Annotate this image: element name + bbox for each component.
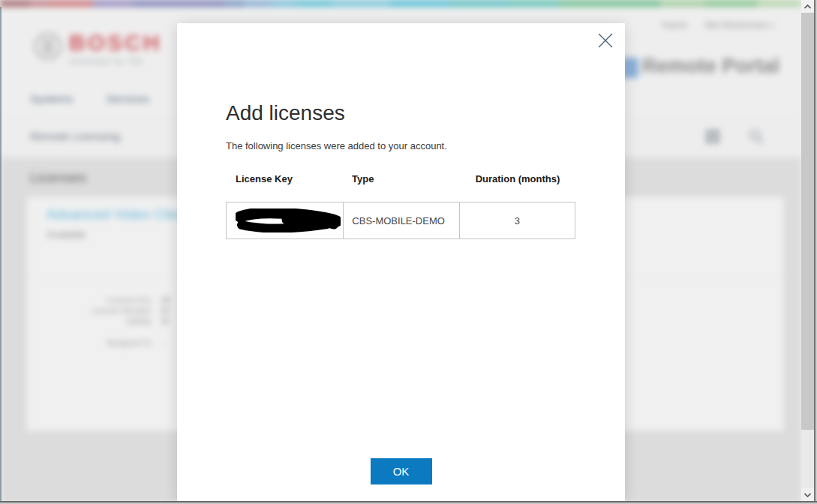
browser-scrollbar[interactable]	[801, 0, 814, 501]
bosch-supergraphic-strip	[0, 0, 801, 7]
licenses-table: License Key Type Duration (months) CBS-M…	[226, 173, 575, 239]
search-icon[interactable]	[747, 128, 765, 146]
column-header-duration: Duration (months)	[460, 173, 575, 184]
license-field-labels: License Key License Number Validity Assi…	[27, 295, 152, 348]
grid-icon[interactable]	[704, 128, 722, 146]
scroll-down-button[interactable]	[801, 488, 814, 501]
section-title-licenses: Licenses	[30, 170, 86, 186]
chevron-down-icon	[804, 493, 811, 497]
field-label: License Number	[27, 305, 152, 316]
chevron-up-icon	[804, 4, 811, 9]
top-link-imprint[interactable]: Imprint	[662, 20, 687, 29]
duration-cell: 3	[460, 202, 575, 238]
modal-subtitle: The following licenses were added to you…	[226, 140, 447, 152]
table-header-row: License Key Type Duration (months)	[226, 173, 575, 184]
scroll-up-button[interactable]	[801, 0, 814, 13]
add-licenses-modal: Add licenses The following licenses were…	[177, 23, 625, 501]
license-key-cell	[227, 202, 344, 238]
bosch-symbol-icon	[33, 32, 63, 62]
bosch-logo-text: BOSCH	[69, 32, 161, 54]
ok-button[interactable]: OK	[371, 458, 432, 484]
product-link[interactable]: Advanced Video Clien	[47, 206, 187, 223]
column-header-type: Type	[344, 173, 460, 184]
redaction-scribble	[236, 208, 341, 232]
close-button[interactable]	[595, 31, 616, 52]
bosch-logo[interactable]: BOSCH Invented for life	[33, 32, 161, 67]
field-label: License Key	[27, 295, 152, 305]
bosch-remote-portal-screen: BOSCH Invented for life Imprint Max Must…	[0, 0, 817, 504]
bosch-tagline: Invented for life	[69, 56, 161, 67]
type-cell: CBS-MOBILE-DEMO	[344, 202, 459, 238]
field-label: Assigned To	[27, 338, 152, 348]
table-row: CBS-MOBILE-DEMO 3	[226, 202, 575, 239]
license-status: Available	[47, 229, 86, 240]
subheader-label[interactable]: Remote Licensing	[30, 130, 120, 142]
scrollbar-thumb[interactable]	[801, 13, 814, 430]
column-header-license-key: License Key	[226, 173, 344, 184]
tab-systems[interactable]: Systems	[30, 92, 74, 105]
caret-down-icon: ▾	[771, 22, 775, 29]
window-left-edge	[0, 7, 2, 501]
main-nav-tabs: Systems Services	[30, 92, 149, 105]
tab-services[interactable]: Services	[107, 92, 150, 105]
top-link-account[interactable]: Max Mustermann ▾	[705, 20, 775, 29]
modal-title: Add licenses	[226, 101, 345, 125]
close-icon	[596, 31, 615, 50]
field-label: Validity	[27, 316, 152, 326]
top-nav-links: Imprint Max Mustermann ▾	[662, 20, 774, 29]
portal-title: Remote Portal	[642, 55, 779, 78]
